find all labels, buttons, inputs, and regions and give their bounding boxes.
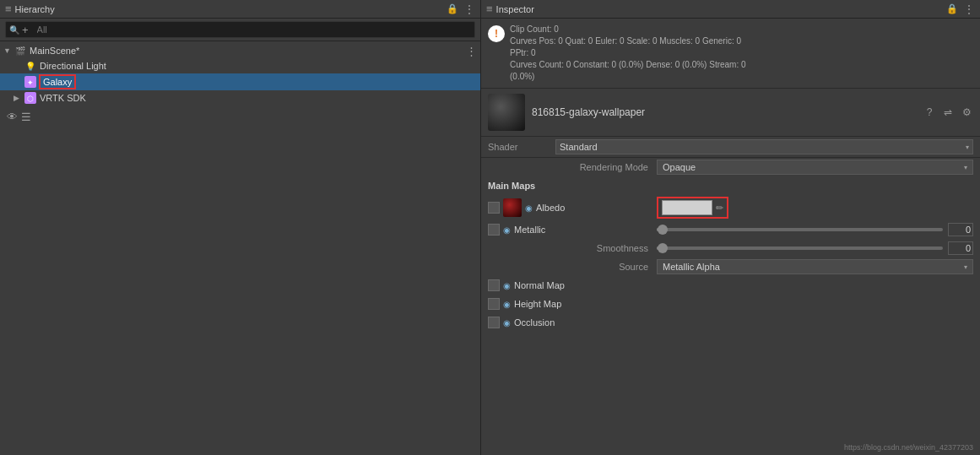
eye-icon[interactable]: 👁 <box>7 111 18 123</box>
hamburger-icon: ≡ <box>5 3 12 15</box>
galaxy-icon: ✦ <box>24 74 39 89</box>
inspector-content: ! Clip Count: 0 Curves Pos: 0 Quat: 0 Eu… <box>481 19 980 455</box>
warning-line2: Curves Pos: 0 Quat: 0 Euler: 0 Scale: 0 … <box>510 35 746 47</box>
shader-value: Standard <box>560 142 598 152</box>
rendering-mode-value: Opaque <box>663 162 696 172</box>
more-icon[interactable]: ⋮ <box>463 3 475 16</box>
height-map-label-area: ◉ Height Map <box>488 298 657 310</box>
smoothness-slider-thumb[interactable] <box>658 243 668 253</box>
warning-section: ! Clip Count: 0 Curves Pos: 0 Quat: 0 Eu… <box>481 19 980 89</box>
albedo-label: Albedo <box>536 203 565 213</box>
normal-map-dot-icon: ◉ <box>503 281 511 290</box>
material-name: 816815-galaxy-wallpaper <box>532 106 916 118</box>
hierarchy-item-main-scene[interactable]: ▼ 🎬 MainScene* ⋮ <box>0 43 480 58</box>
hierarchy-item-directional-light[interactable]: 💡 Directional Light <box>0 58 480 73</box>
warning-line1: Clip Count: 0 <box>510 24 746 35</box>
svg-text:✦: ✦ <box>27 79 34 87</box>
rendering-mode-row: Rendering Mode Opaque ▾ <box>481 158 980 176</box>
scene-menu-icon[interactable]: ⋮ <box>466 45 477 57</box>
height-map-checkbox[interactable] <box>488 298 500 310</box>
albedo-thumbnail <box>503 198 522 217</box>
hierarchy-item-label-vrtk: VRTK SDK <box>40 93 86 103</box>
normal-map-label: Normal Map <box>514 280 565 290</box>
main-maps-label: Main Maps <box>488 181 657 191</box>
smoothness-value-input[interactable] <box>948 241 973 255</box>
expand-arrow-main-scene[interactable]: ▼ <box>3 46 14 55</box>
search-icon: 🔍 <box>9 25 19 35</box>
rendering-mode-value-area: Opaque ▾ <box>657 160 973 175</box>
hierarchy-item-vrtk-sdk[interactable]: ▶ ⬡ VRTK SDK <box>0 90 480 106</box>
scene-icon: 🎬 <box>14 44 27 57</box>
hierarchy-title: Hierarchy <box>15 4 55 14</box>
source-row: Source Metallic Alpha ▾ <box>481 257 980 276</box>
hierarchy-content: ▼ 🎬 MainScene* ⋮ 💡 Directional Light ✦ G… <box>0 41 480 455</box>
albedo-dot-icon: ◉ <box>525 203 533 213</box>
inspector-panel: ≡ Inspector 🔒 ⋮ ! Clip Count: 0 Curves P… <box>481 0 980 455</box>
metallic-value-area <box>657 223 973 236</box>
warning-text: Clip Count: 0 Curves Pos: 0 Quat: 0 Eule… <box>510 24 746 83</box>
hierarchy-item-label-main-scene: MainScene* <box>30 46 79 56</box>
rendering-mode-arrow: ▾ <box>964 164 967 171</box>
height-map-dot-icon: ◉ <box>503 300 511 309</box>
help-icon[interactable]: ? <box>923 106 936 118</box>
albedo-checkbox[interactable] <box>488 202 500 214</box>
inspector-header: ≡ Inspector 🔒 ⋮ <box>481 0 980 19</box>
light-icon: 💡 <box>24 59 37 73</box>
svg-text:⬡: ⬡ <box>27 95 34 103</box>
occlusion-checkbox[interactable] <box>488 317 500 328</box>
warning-line4: Curves Count: 0 Constant: 0 (0.0%) Dense… <box>510 59 746 71</box>
normal-map-checkbox[interactable] <box>488 279 500 291</box>
layers-icon[interactable]: ☰ <box>21 111 31 123</box>
albedo-color-box[interactable]: ✏ <box>657 197 728 219</box>
smoothness-row: Smoothness <box>481 239 980 257</box>
shader-dropdown[interactable]: Standard ▾ <box>555 139 973 154</box>
shader-dropdown-arrow: ▾ <box>966 144 969 151</box>
smoothness-slider-track[interactable] <box>657 246 943 250</box>
inspector-hamburger-icon: ≡ <box>486 3 493 15</box>
metallic-slider-thumb[interactable] <box>658 225 668 235</box>
metallic-row: ◉ Metallic <box>481 220 980 239</box>
albedo-color-swatch[interactable] <box>662 200 712 215</box>
inspector-title: Inspector <box>496 4 534 14</box>
warning-line5: (0.0%) <box>510 71 746 83</box>
vrtk-icon: ⬡ <box>24 91 37 105</box>
albedo-value-area: ✏ <box>657 197 973 219</box>
smoothness-label: Smoothness <box>488 243 657 253</box>
hierarchy-search-bar: 🔍 + <box>0 19 480 41</box>
source-dropdown-arrow: ▾ <box>964 263 967 271</box>
height-map-row: ◉ Height Map <box>481 295 980 313</box>
occlusion-dot-icon: ◉ <box>503 318 511 328</box>
hierarchy-item-label-directional-light: Directional Light <box>40 61 106 71</box>
normal-map-label-area: ◉ Normal Map <box>488 279 657 291</box>
inspector-lock-icon[interactable]: 🔒 <box>946 3 958 14</box>
gear-icon[interactable]: ⚙ <box>960 106 973 118</box>
warning-line3: PPtr: 0 <box>510 47 746 59</box>
hierarchy-item-galaxy[interactable]: ✦ Galaxy <box>0 73 480 90</box>
metallic-value-input[interactable] <box>948 223 973 236</box>
expand-arrow-vrtk[interactable]: ▶ <box>14 94 24 102</box>
search-input[interactable] <box>32 23 471 36</box>
rendering-mode-dropdown[interactable]: Opaque ▾ <box>657 160 973 175</box>
prefab-icon[interactable]: ⇌ <box>941 106 955 118</box>
source-value-area: Metallic Alpha ▾ <box>657 259 973 274</box>
material-name-area: 816815-galaxy-wallpaper <box>532 106 916 118</box>
lock-icon[interactable]: 🔒 <box>447 3 458 14</box>
metallic-slider-track[interactable] <box>657 228 943 231</box>
rendering-mode-label: Rendering Mode <box>488 162 657 172</box>
hierarchy-header: ≡ Hierarchy 🔒 ⋮ <box>0 0 480 19</box>
visibility-controls: 👁 ☰ <box>0 109 480 125</box>
metallic-checkbox[interactable] <box>488 224 500 236</box>
occlusion-label: Occlusion <box>514 317 555 328</box>
eyedropper-icon[interactable]: ✏ <box>716 203 723 214</box>
hierarchy-item-label-galaxy: Galaxy <box>41 77 73 87</box>
main-maps-row: Main Maps <box>481 176 980 195</box>
normal-map-row: ◉ Normal Map <box>481 276 980 295</box>
inspector-more-icon[interactable]: ⋮ <box>963 3 975 16</box>
plus-button[interactable]: + <box>22 24 29 36</box>
metallic-dot-icon: ◉ <box>503 225 511 235</box>
source-dropdown[interactable]: Metallic Alpha ▾ <box>657 259 973 274</box>
material-thumbnail <box>488 94 525 131</box>
albedo-label-area: ◉ Albedo <box>488 198 657 217</box>
occlusion-label-area: ◉ Occlusion <box>488 317 657 328</box>
smoothness-value-area <box>657 241 973 255</box>
